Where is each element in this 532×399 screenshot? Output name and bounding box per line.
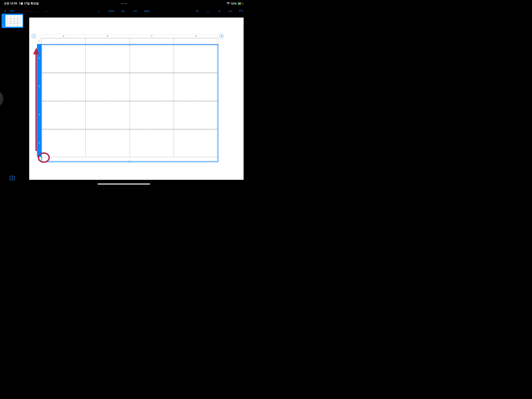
row-header-5[interactable]: 5 xyxy=(37,129,41,157)
table-row xyxy=(41,72,218,101)
row-header-4[interactable]: 4 xyxy=(37,101,41,129)
column-header-a[interactable]: A xyxy=(41,34,86,38)
row-header-2[interactable]: 2 xyxy=(37,44,41,72)
battery-percentage: 51% xyxy=(231,2,237,5)
slide-canvas[interactable]: A B C D 1 2 3 4 5 xyxy=(29,18,244,180)
status-time: 오전 12:55 xyxy=(4,2,17,5)
wifi-icon xyxy=(227,2,230,5)
status-date: 1월 17일 화요일 xyxy=(19,2,39,5)
add-slide-button[interactable] xyxy=(10,176,15,181)
table-object[interactable]: A B C D 1 2 3 4 5 xyxy=(37,34,218,162)
table-add-row-handle[interactable] xyxy=(37,158,41,162)
column-headers[interactable]: A B C D xyxy=(41,34,218,38)
table-corner-handle-tl[interactable] xyxy=(32,34,36,38)
table-row xyxy=(41,44,218,72)
table-row xyxy=(41,101,218,129)
row-header-1[interactable]: 1 xyxy=(37,38,41,44)
canvas-area[interactable]: A B C D 1 2 3 4 5 xyxy=(24,12,247,186)
status-bar: 오전 12:55 1월 17일 화요일 51% ⚡ xyxy=(0,0,247,7)
slide-thumbnail-preview xyxy=(6,15,23,27)
workspace: 1 〉 A xyxy=(0,12,247,186)
table-row xyxy=(41,129,218,157)
column-header-d[interactable]: D xyxy=(174,34,218,38)
column-header-b[interactable]: B xyxy=(86,34,130,38)
slide-thumbnail-1[interactable]: 1 xyxy=(1,14,23,28)
column-header-c[interactable]: C xyxy=(130,34,174,38)
battery-icon: ⚡ xyxy=(238,2,244,5)
table-add-column-handle[interactable] xyxy=(219,34,223,38)
table-row xyxy=(41,38,218,44)
slide-number: 1 xyxy=(3,24,4,27)
row-header-3[interactable]: 3 xyxy=(37,72,41,101)
home-indicator[interactable] xyxy=(98,184,150,185)
selection-handle-bottom[interactable] xyxy=(129,161,131,163)
row-headers[interactable]: 1 2 3 4 5 xyxy=(37,38,41,157)
multitask-dots[interactable] xyxy=(121,3,126,4)
table-grid[interactable] xyxy=(41,38,218,162)
